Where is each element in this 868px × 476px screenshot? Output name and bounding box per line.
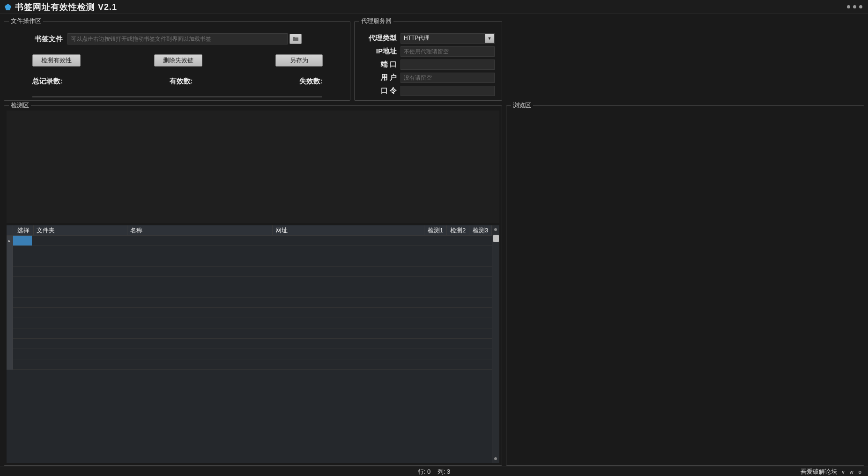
- col-check2[interactable]: 检测2: [447, 225, 469, 235]
- status-row-value: 0: [427, 468, 430, 475]
- table-row[interactable]: [7, 298, 492, 308]
- proxy-type-label: 代理类型: [362, 34, 397, 43]
- window-max-icon[interactable]: [853, 5, 856, 8]
- selected-cell[interactable]: [13, 236, 32, 245]
- window-close-icon[interactable]: [859, 5, 862, 8]
- chevron-down-icon[interactable]: ▼: [485, 34, 494, 43]
- col-select[interactable]: 选择: [13, 225, 34, 235]
- table-row[interactable]: [7, 246, 492, 256]
- status-col-value: 3: [447, 468, 450, 475]
- table-row[interactable]: [7, 339, 492, 349]
- table-row[interactable]: [7, 267, 492, 277]
- scroll-up-icon[interactable]: [494, 228, 497, 231]
- table-body[interactable]: ▸: [7, 236, 492, 463]
- proxy-server-group: 代理服务器 代理类型 HTTP代理 ▼ IP地址 端 口 用 户: [354, 21, 502, 101]
- col-name[interactable]: 名称: [127, 225, 273, 235]
- delete-invalid-button[interactable]: 删除失效链: [154, 54, 202, 67]
- open-file-button[interactable]: [289, 34, 302, 44]
- stat-invalid-label: 失效数:: [299, 77, 323, 86]
- col-check3[interactable]: 检测3: [469, 225, 492, 235]
- proxy-pass-label: 口 令: [362, 86, 397, 95]
- status-position: 行: 0 列: 3: [418, 468, 450, 476]
- status-mini: v w o: [842, 469, 863, 475]
- save-as-button[interactable]: 另存为: [275, 54, 323, 67]
- vertical-scrollbar[interactable]: [492, 225, 499, 463]
- app-title: 书签网址有效性检测 V2.1: [15, 1, 117, 13]
- svg-marker-0: [5, 4, 11, 10]
- proxy-port-label: 端 口: [362, 60, 397, 69]
- table-row[interactable]: [7, 318, 492, 328]
- proxy-pass-input[interactable]: [401, 86, 495, 96]
- table-header: 选择 文件夹 名称 网址 检测1 检测2 检测3: [7, 225, 492, 236]
- statusbar: 行: 0 列: 3 吾爱破解论坛 v w o: [0, 467, 868, 476]
- check-validity-button[interactable]: 检测有效性: [32, 54, 81, 67]
- row-indicator-icon: ▸: [7, 236, 13, 246]
- proxy-user-input[interactable]: [401, 73, 495, 83]
- browse-legend: 浏览区: [511, 101, 533, 110]
- stat-total-label: 总记录数:: [32, 77, 63, 86]
- status-col-label: 列:: [438, 468, 445, 475]
- scroll-thumb[interactable]: [493, 235, 499, 242]
- app-icon: [4, 3, 12, 11]
- proxy-ip-label: IP地址: [362, 47, 397, 56]
- progress-bar: [32, 96, 322, 97]
- detection-log-panel[interactable]: [7, 111, 499, 223]
- window-min-icon[interactable]: [847, 5, 850, 8]
- window-controls[interactable]: [847, 5, 862, 8]
- detect-legend: 检测区: [9, 101, 31, 110]
- col-url[interactable]: 网址: [273, 225, 424, 235]
- bookmark-file-input[interactable]: [67, 33, 288, 45]
- proxy-user-label: 用 户: [362, 73, 397, 82]
- status-row-label: 行:: [418, 468, 426, 475]
- titlebar: 书签网址有效性检测 V2.1: [0, 0, 868, 14]
- file-ops-legend: 文件操作区: [9, 17, 43, 25]
- col-check1[interactable]: 检测1: [424, 225, 447, 235]
- col-folder[interactable]: 文件夹: [34, 225, 127, 235]
- file-operation-group: 文件操作区 书签文件 检测有效性 删除失效链 另存为 总记录数: 有效数: 失效…: [4, 21, 350, 101]
- table-row[interactable]: [7, 256, 492, 267]
- detection-table: 选择 文件夹 名称 网址 检测1 检测2 检测3 ▸: [7, 225, 499, 463]
- table-row[interactable]: [7, 349, 492, 359]
- table-row[interactable]: ▸: [7, 236, 492, 246]
- proxy-type-value: HTTP代理: [401, 34, 485, 42]
- proxy-port-input[interactable]: [401, 60, 495, 70]
- forum-link[interactable]: 吾爱破解论坛: [801, 468, 837, 476]
- proxy-legend: 代理服务器: [359, 17, 393, 25]
- table-row[interactable]: [7, 308, 492, 318]
- detection-group: 检测区 选择 文件夹 名称 网址 检测1 检测2 检测3 ▸: [4, 105, 502, 466]
- bookmark-file-label: 书签文件: [30, 35, 63, 44]
- folder-open-icon: [293, 37, 298, 41]
- proxy-type-dropdown[interactable]: HTTP代理 ▼: [401, 33, 495, 44]
- table-row[interactable]: [7, 277, 492, 287]
- stat-valid-label: 有效数:: [170, 77, 193, 86]
- table-row[interactable]: [7, 287, 492, 298]
- table-row[interactable]: [7, 328, 492, 339]
- browse-group: 浏览区: [506, 105, 864, 466]
- table-row[interactable]: [7, 359, 492, 370]
- scroll-down-icon[interactable]: [494, 457, 497, 460]
- proxy-ip-input[interactable]: [401, 46, 495, 57]
